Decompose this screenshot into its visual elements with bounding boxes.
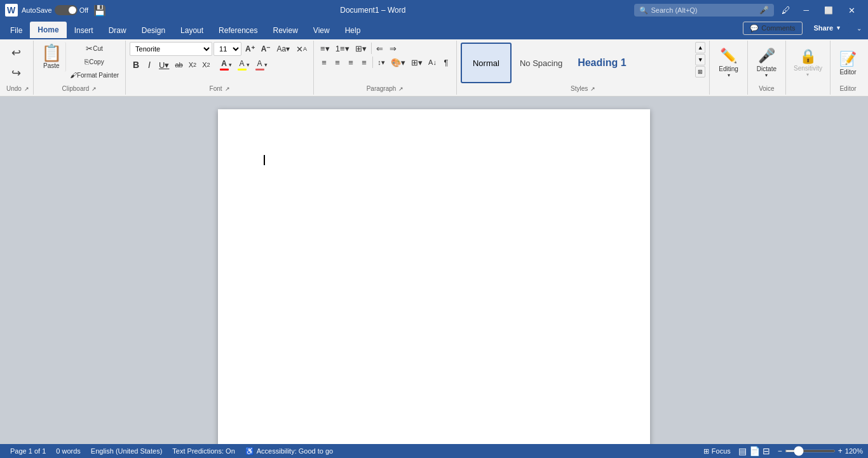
group-styles-label: Styles ↗ xyxy=(461,84,705,93)
borders-button[interactable]: ⊞▾ xyxy=(409,56,425,69)
gallery-scroll-more[interactable]: ⊞ xyxy=(695,66,705,77)
tab-home[interactable]: Home xyxy=(30,22,66,39)
justify-button[interactable]: ≡ xyxy=(358,56,370,69)
sort-button[interactable]: A↓ xyxy=(426,56,439,69)
decrease-indent-button[interactable]: ⇐ xyxy=(374,42,386,55)
dictate-button[interactable]: 🎤 Dictate ▾ xyxy=(752,45,782,81)
accessibility-icon: ♿ xyxy=(245,447,254,455)
shading-para-button[interactable]: 🎨▾ xyxy=(388,56,408,69)
accessibility[interactable]: ♿ Accessibility: Good to go xyxy=(240,447,338,455)
paste-button[interactable]: 📋 Paste xyxy=(37,42,66,72)
save-button[interactable]: 💾 xyxy=(93,4,106,17)
tab-view[interactable]: View xyxy=(306,22,337,39)
editing-icon: ✏️ xyxy=(720,48,737,64)
group-clipboard-label: Clipboard ↗ xyxy=(37,84,121,93)
para-marks-button[interactable]: ¶ xyxy=(440,56,452,69)
increase-indent-button[interactable]: ⇒ xyxy=(387,42,400,55)
copy-button[interactable]: ⎘ Copy xyxy=(67,55,121,68)
tab-layout[interactable]: Layout xyxy=(173,22,211,39)
font-size-select[interactable]: 11 xyxy=(214,42,241,56)
line-spacing-button[interactable]: ↕▾ xyxy=(375,56,388,69)
zoom-out-button[interactable]: − xyxy=(778,447,782,455)
page-number[interactable]: Page 1 of 1 xyxy=(5,447,51,455)
gallery-scroll-up[interactable]: ▲ xyxy=(695,42,705,53)
shading-button[interactable]: A ▾ xyxy=(253,58,270,71)
format-painter-button[interactable]: 🖌 Format Painter xyxy=(67,69,121,81)
dictate-icon: 🎤 xyxy=(758,48,775,64)
profile-icon[interactable]: 🖊 xyxy=(782,5,790,15)
gallery-scroll-down[interactable]: ▼ xyxy=(695,54,705,65)
view-print-button[interactable]: 📄 xyxy=(749,446,760,456)
increase-font-button[interactable]: A⁺ xyxy=(243,43,257,55)
clipboard-small-buttons: ✂ Cut ⎘ Copy 🖌 Format Painter xyxy=(67,42,121,81)
subscript-button[interactable]: X2 xyxy=(186,58,199,71)
share-dropdown-icon: ▼ xyxy=(836,25,841,31)
editing-button[interactable]: ✏️ Editing ▾ xyxy=(714,45,743,81)
change-case-button[interactable]: Aa▾ xyxy=(274,43,292,55)
zoom-slider[interactable] xyxy=(785,450,836,452)
italic-button[interactable]: I xyxy=(143,58,156,71)
zoom-level[interactable]: 120% xyxy=(845,447,863,455)
font-expand-icon[interactable]: ↗ xyxy=(225,86,230,92)
style-heading1[interactable]: Heading 1 xyxy=(571,43,633,83)
bold-button[interactable]: B xyxy=(130,58,142,71)
search-bar[interactable]: 🔍 Search (Alt+Q) 🎤 xyxy=(634,4,774,17)
multilevel-list-button[interactable]: ⊞▾ xyxy=(353,42,369,55)
style-normal[interactable]: Normal xyxy=(461,43,512,83)
align-left-button[interactable]: ≡ xyxy=(318,56,330,69)
autosave-label: AutoSave xyxy=(22,6,52,14)
tab-file[interactable]: File xyxy=(3,22,30,39)
bullet-list-button[interactable]: ≡▾ xyxy=(318,42,332,55)
underline-button[interactable]: U▾ xyxy=(156,58,172,71)
view-read-button[interactable]: ⊟ xyxy=(763,446,770,456)
strikethrough-button[interactable]: ab xyxy=(172,58,185,71)
font-name-select[interactable]: Tenorite xyxy=(130,42,212,56)
decrease-font-button[interactable]: A⁻ xyxy=(259,43,273,55)
tab-references[interactable]: References xyxy=(211,22,265,39)
font-color-button[interactable]: A ▾ xyxy=(217,58,234,71)
tab-help[interactable]: Help xyxy=(337,22,369,39)
undo-button[interactable]: ↩ xyxy=(6,43,26,62)
focus-button[interactable]: ⊞ Focus xyxy=(698,447,736,455)
paragraph-expand-icon[interactable]: ↗ xyxy=(398,86,403,92)
view-normal-button[interactable]: ▤ xyxy=(738,446,747,456)
search-icon: 🔍 xyxy=(639,6,648,15)
tab-insert[interactable]: Insert xyxy=(67,22,101,39)
styles-expand-icon[interactable]: ↗ xyxy=(590,86,595,92)
editor-icon: 📝 xyxy=(839,51,857,67)
doc-title: Document1 – Word xyxy=(111,6,634,15)
ribbon-collapse-button[interactable]: ⌄ xyxy=(853,18,865,38)
editor-button[interactable]: 📝 Editor xyxy=(834,48,862,78)
language[interactable]: English (United States) xyxy=(86,447,168,455)
clear-format-button[interactable]: ✕A xyxy=(294,43,309,55)
zoom-in-button[interactable]: + xyxy=(838,447,843,455)
comments-button[interactable]: 💬 Comments xyxy=(743,22,802,35)
group-paragraph: ≡▾ 1≡▾ ⊞▾ ⇐ ⇒ ≡ ≡ ≡ ≡ ↕▾ 🎨▾ ⊞▾ A↓ ¶ Para xyxy=(314,41,457,95)
tab-draw[interactable]: Draw xyxy=(101,22,134,39)
tab-design[interactable]: Design xyxy=(134,22,173,39)
undo-expand-icon[interactable]: ↗ xyxy=(24,86,29,92)
style-no-spacing[interactable]: No Spacing xyxy=(513,43,569,83)
gallery-scroll: ▲ ▼ ⊞ xyxy=(695,42,705,84)
align-center-button[interactable]: ≡ xyxy=(331,56,344,69)
share-button[interactable]: Share ▼ xyxy=(806,22,850,34)
sensitivity-dropdown-icon: ▾ xyxy=(806,72,809,77)
clipboard-expand-icon[interactable]: ↗ xyxy=(92,86,97,92)
group-sensitivity: 🔒 Sensitivity ▾ ‎ xyxy=(786,41,831,95)
mic-icon[interactable]: 🎤 xyxy=(759,6,769,15)
superscript-button[interactable]: X2 xyxy=(200,58,212,71)
sensitivity-button[interactable]: 🔒 Sensitivity ▾ xyxy=(790,46,826,80)
autosave-toggle[interactable]: Off xyxy=(55,5,88,15)
redo-button[interactable]: ↪ xyxy=(6,64,26,83)
word-count[interactable]: 0 words xyxy=(51,447,86,455)
align-right-button[interactable]: ≡ xyxy=(344,56,357,69)
autosave-toggle-off[interactable] xyxy=(55,5,78,15)
document-page[interactable] xyxy=(218,109,650,444)
tab-review[interactable]: Review xyxy=(265,22,305,39)
highlight-button[interactable]: A ▾ xyxy=(235,58,252,71)
numbered-list-button[interactable]: 1≡▾ xyxy=(333,42,352,55)
ribbon: ↩ ↪ Undo ↗ 📋 Paste ✂ Cut ⎘ Copy 🖌 Format… xyxy=(0,39,868,97)
text-predictions[interactable]: Text Predictions: On xyxy=(167,447,240,455)
document-area[interactable] xyxy=(0,97,868,444)
cut-button[interactable]: ✂ Cut xyxy=(67,42,121,55)
